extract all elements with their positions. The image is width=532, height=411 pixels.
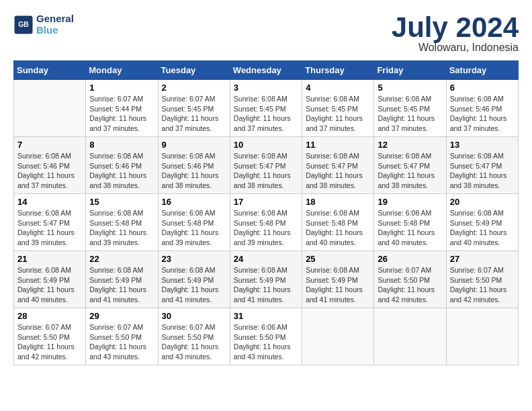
day-number: 22 bbox=[89, 254, 154, 264]
day-info: Sunrise: 6:08 AM Sunset: 5:46 PM Dayligh… bbox=[17, 151, 82, 191]
calendar-cell: 22Sunrise: 6:08 AM Sunset: 5:49 PM Dayli… bbox=[86, 251, 158, 308]
day-number: 6 bbox=[450, 83, 515, 93]
day-info: Sunrise: 6:08 AM Sunset: 5:45 PM Dayligh… bbox=[378, 94, 442, 134]
calendar-cell: 17Sunrise: 6:08 AM Sunset: 5:48 PM Dayli… bbox=[230, 194, 302, 251]
day-info: Sunrise: 6:07 AM Sunset: 5:50 PM Dayligh… bbox=[450, 265, 515, 305]
calendar-cell: 26Sunrise: 6:07 AM Sunset: 5:50 PM Dayli… bbox=[374, 251, 446, 308]
day-info: Sunrise: 6:07 AM Sunset: 5:45 PM Dayligh… bbox=[162, 94, 226, 134]
day-number: 23 bbox=[162, 254, 226, 264]
day-number: 8 bbox=[89, 140, 154, 150]
header-wednesday: Wednesday bbox=[230, 61, 302, 80]
day-number: 5 bbox=[378, 83, 442, 93]
svg-text:GB: GB bbox=[18, 20, 29, 28]
header-saturday: Saturday bbox=[446, 61, 518, 80]
day-info: Sunrise: 6:08 AM Sunset: 5:47 PM Dayligh… bbox=[234, 151, 298, 191]
title-block: July 2024 Wolowaru, Indonesia bbox=[392, 13, 519, 54]
day-number: 9 bbox=[162, 140, 226, 150]
calendar-cell: 14Sunrise: 6:08 AM Sunset: 5:47 PM Dayli… bbox=[14, 194, 86, 251]
day-info: Sunrise: 6:07 AM Sunset: 5:50 PM Dayligh… bbox=[378, 265, 442, 305]
calendar-cell: 30Sunrise: 6:07 AM Sunset: 5:50 PM Dayli… bbox=[158, 308, 230, 365]
calendar-week-row: 1Sunrise: 6:07 AM Sunset: 5:44 PM Daylig… bbox=[14, 80, 519, 137]
day-info: Sunrise: 6:08 AM Sunset: 5:45 PM Dayligh… bbox=[234, 94, 298, 134]
calendar-cell bbox=[302, 308, 374, 365]
day-info: Sunrise: 6:08 AM Sunset: 5:48 PM Dayligh… bbox=[306, 208, 370, 248]
day-info: Sunrise: 6:07 AM Sunset: 5:50 PM Dayligh… bbox=[17, 322, 82, 362]
day-number: 15 bbox=[89, 197, 154, 207]
day-number: 28 bbox=[17, 311, 82, 321]
day-number: 21 bbox=[17, 254, 82, 264]
day-info: Sunrise: 6:08 AM Sunset: 5:49 PM Dayligh… bbox=[450, 208, 515, 248]
day-number: 18 bbox=[306, 197, 370, 207]
day-number: 13 bbox=[450, 140, 515, 150]
day-info: Sunrise: 6:07 AM Sunset: 5:50 PM Dayligh… bbox=[89, 322, 154, 362]
day-number: 14 bbox=[17, 197, 82, 207]
calendar-week-row: 21Sunrise: 6:08 AM Sunset: 5:49 PM Dayli… bbox=[14, 251, 519, 308]
logo: GB General Blue bbox=[13, 13, 74, 36]
day-number: 11 bbox=[306, 140, 370, 150]
day-info: Sunrise: 6:08 AM Sunset: 5:46 PM Dayligh… bbox=[89, 151, 154, 191]
day-info: Sunrise: 6:08 AM Sunset: 5:49 PM Dayligh… bbox=[89, 265, 154, 305]
day-number: 17 bbox=[234, 197, 298, 207]
day-number: 25 bbox=[306, 254, 370, 264]
day-info: Sunrise: 6:07 AM Sunset: 5:50 PM Dayligh… bbox=[162, 322, 226, 362]
month-title: July 2024 bbox=[392, 13, 519, 42]
day-number: 26 bbox=[378, 254, 442, 264]
day-info: Sunrise: 6:08 AM Sunset: 5:47 PM Dayligh… bbox=[17, 208, 82, 248]
day-info: Sunrise: 6:08 AM Sunset: 5:47 PM Dayligh… bbox=[306, 151, 370, 191]
day-number: 4 bbox=[306, 83, 370, 93]
day-number: 29 bbox=[89, 311, 154, 321]
calendar-cell: 2Sunrise: 6:07 AM Sunset: 5:45 PM Daylig… bbox=[158, 80, 230, 137]
calendar-cell: 3Sunrise: 6:08 AM Sunset: 5:45 PM Daylig… bbox=[230, 80, 302, 137]
calendar-cell: 5Sunrise: 6:08 AM Sunset: 5:45 PM Daylig… bbox=[374, 80, 446, 137]
calendar-cell bbox=[446, 308, 518, 365]
day-number: 3 bbox=[234, 83, 298, 93]
day-info: Sunrise: 6:08 AM Sunset: 5:48 PM Dayligh… bbox=[234, 208, 298, 248]
calendar-cell: 9Sunrise: 6:08 AM Sunset: 5:46 PM Daylig… bbox=[158, 137, 230, 194]
day-info: Sunrise: 6:08 AM Sunset: 5:46 PM Dayligh… bbox=[162, 151, 226, 191]
calendar-cell: 16Sunrise: 6:08 AM Sunset: 5:48 PM Dayli… bbox=[158, 194, 230, 251]
day-number: 27 bbox=[450, 254, 515, 264]
calendar-cell: 6Sunrise: 6:08 AM Sunset: 5:46 PM Daylig… bbox=[446, 80, 518, 137]
day-number: 16 bbox=[162, 197, 226, 207]
day-number: 12 bbox=[378, 140, 442, 150]
calendar-cell: 29Sunrise: 6:07 AM Sunset: 5:50 PM Dayli… bbox=[86, 308, 158, 365]
day-number: 20 bbox=[450, 197, 515, 207]
calendar-cell: 21Sunrise: 6:08 AM Sunset: 5:49 PM Dayli… bbox=[14, 251, 86, 308]
calendar-cell: 11Sunrise: 6:08 AM Sunset: 5:47 PM Dayli… bbox=[302, 137, 374, 194]
calendar-cell: 23Sunrise: 6:08 AM Sunset: 5:49 PM Dayli… bbox=[158, 251, 230, 308]
calendar-week-row: 28Sunrise: 6:07 AM Sunset: 5:50 PM Dayli… bbox=[14, 308, 519, 365]
calendar-cell: 4Sunrise: 6:08 AM Sunset: 5:45 PM Daylig… bbox=[302, 80, 374, 137]
day-info: Sunrise: 6:08 AM Sunset: 5:45 PM Dayligh… bbox=[306, 94, 370, 134]
day-number: 7 bbox=[17, 140, 82, 150]
header-monday: Monday bbox=[86, 61, 158, 80]
calendar-cell: 28Sunrise: 6:07 AM Sunset: 5:50 PM Dayli… bbox=[14, 308, 86, 365]
day-info: Sunrise: 6:07 AM Sunset: 5:44 PM Dayligh… bbox=[89, 94, 154, 134]
header-tuesday: Tuesday bbox=[158, 61, 230, 80]
day-info: Sunrise: 6:08 AM Sunset: 5:49 PM Dayligh… bbox=[306, 265, 370, 305]
day-info: Sunrise: 6:08 AM Sunset: 5:48 PM Dayligh… bbox=[162, 208, 226, 248]
calendar-cell: 25Sunrise: 6:08 AM Sunset: 5:49 PM Dayli… bbox=[302, 251, 374, 308]
day-number: 2 bbox=[162, 83, 226, 93]
calendar-header-row: SundayMondayTuesdayWednesdayThursdayFrid… bbox=[14, 61, 519, 80]
calendar-cell: 20Sunrise: 6:08 AM Sunset: 5:49 PM Dayli… bbox=[446, 194, 518, 251]
calendar-cell: 24Sunrise: 6:08 AM Sunset: 5:49 PM Dayli… bbox=[230, 251, 302, 308]
calendar-cell: 27Sunrise: 6:07 AM Sunset: 5:50 PM Dayli… bbox=[446, 251, 518, 308]
day-number: 30 bbox=[162, 311, 226, 321]
day-info: Sunrise: 6:08 AM Sunset: 5:47 PM Dayligh… bbox=[450, 151, 515, 191]
day-info: Sunrise: 6:08 AM Sunset: 5:49 PM Dayligh… bbox=[17, 265, 82, 305]
header-thursday: Thursday bbox=[302, 61, 374, 80]
location: Wolowaru, Indonesia bbox=[392, 42, 519, 54]
day-number: 24 bbox=[234, 254, 298, 264]
day-number: 31 bbox=[234, 311, 298, 321]
calendar-cell: 15Sunrise: 6:08 AM Sunset: 5:48 PM Dayli… bbox=[86, 194, 158, 251]
day-number: 1 bbox=[89, 83, 154, 93]
calendar-cell: 1Sunrise: 6:07 AM Sunset: 5:44 PM Daylig… bbox=[86, 80, 158, 137]
calendar-cell bbox=[374, 308, 446, 365]
day-info: Sunrise: 6:08 AM Sunset: 5:49 PM Dayligh… bbox=[162, 265, 226, 305]
day-info: Sunrise: 6:08 AM Sunset: 5:46 PM Dayligh… bbox=[450, 94, 515, 134]
calendar-cell: 12Sunrise: 6:08 AM Sunset: 5:47 PM Dayli… bbox=[374, 137, 446, 194]
calendar-cell: 19Sunrise: 6:08 AM Sunset: 5:48 PM Dayli… bbox=[374, 194, 446, 251]
day-info: Sunrise: 6:08 AM Sunset: 5:49 PM Dayligh… bbox=[234, 265, 298, 305]
day-info: Sunrise: 6:06 AM Sunset: 5:50 PM Dayligh… bbox=[234, 322, 298, 362]
day-info: Sunrise: 6:08 AM Sunset: 5:47 PM Dayligh… bbox=[378, 151, 442, 191]
